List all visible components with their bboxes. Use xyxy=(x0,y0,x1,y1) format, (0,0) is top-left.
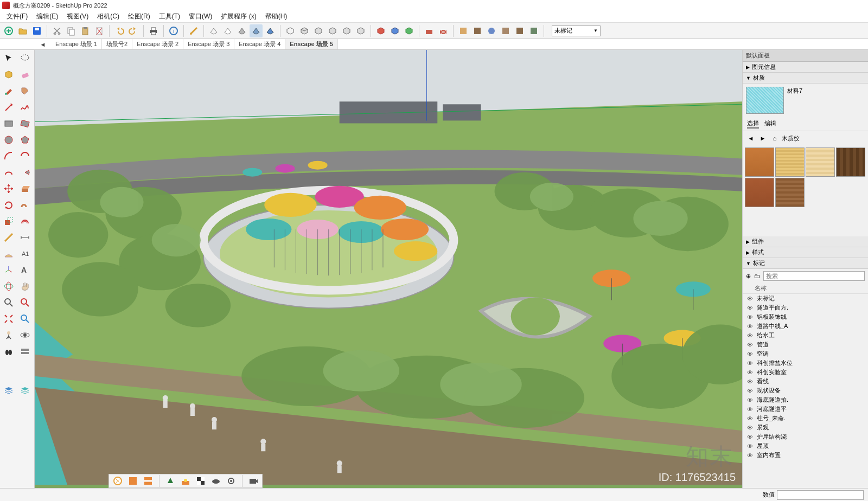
view-back-button[interactable] xyxy=(340,24,353,37)
tags-header[interactable]: ▼标记 xyxy=(743,258,868,269)
rectangle-tool[interactable] xyxy=(1,116,16,131)
ext-5-button[interactable] xyxy=(513,24,526,37)
tag-row[interactable]: 👁屋顶 xyxy=(743,441,868,451)
move-tool[interactable] xyxy=(1,181,16,196)
line-tool[interactable] xyxy=(1,100,16,115)
scene-tab-3[interactable]: Enscape 场景 2 xyxy=(132,39,183,49)
rotate-tool[interactable] xyxy=(1,197,16,213)
visibility-icon[interactable]: 👁 xyxy=(746,388,754,394)
zoom-window-tool[interactable] xyxy=(17,295,33,310)
followme-tool[interactable] xyxy=(17,197,33,213)
tag-row[interactable]: 👁室内布置 xyxy=(743,451,868,460)
component-blue-button[interactable] xyxy=(388,24,401,37)
open-file-button[interactable] xyxy=(16,24,29,37)
view-top-button[interactable] xyxy=(298,24,311,37)
model-info-button[interactable]: i xyxy=(167,24,180,37)
mat-tab-edit[interactable]: 编辑 xyxy=(764,119,776,129)
protractor-tool[interactable] xyxy=(1,246,16,261)
undo-button[interactable] xyxy=(113,24,126,37)
visibility-icon[interactable]: 👁 xyxy=(746,406,754,413)
arc-tool[interactable] xyxy=(1,149,16,164)
new-file-button[interactable] xyxy=(2,24,15,37)
tag-row[interactable]: 👁未标记 xyxy=(743,294,868,303)
menu-draw[interactable]: 绘图(R) xyxy=(124,11,155,22)
ext-4-button[interactable] xyxy=(499,24,512,37)
menu-window[interactable]: 窗口(W) xyxy=(184,11,216,22)
tag-row[interactable]: 👁空调 xyxy=(743,349,868,358)
menu-extensions[interactable]: 扩展程序 (x) xyxy=(216,11,260,22)
mat-category[interactable]: 木质纹 xyxy=(782,134,865,143)
visibility-icon[interactable]: 👁 xyxy=(746,425,754,431)
tag-row[interactable]: 👁看线 xyxy=(743,377,868,386)
previous-view-tool[interactable] xyxy=(17,311,33,326)
paste-button[interactable] xyxy=(79,24,92,37)
tag-row[interactable]: 👁景观 xyxy=(743,423,868,432)
visibility-icon[interactable]: 👁 xyxy=(746,342,754,348)
scale-tool[interactable] xyxy=(1,214,16,229)
material-tile[interactable] xyxy=(775,178,805,207)
lasso-tool[interactable] xyxy=(17,51,33,66)
view-front-button[interactable] xyxy=(312,24,325,37)
view-iso-button[interactable] xyxy=(284,24,297,37)
ext-tree-icon[interactable] xyxy=(164,474,177,487)
tag-folder-icon[interactable]: 🗀 xyxy=(754,273,760,279)
tag-row[interactable]: 👁科创实验室 xyxy=(743,368,868,377)
zoom-extents-tool[interactable] xyxy=(1,311,16,326)
walk-tool[interactable] xyxy=(1,344,16,359)
ext-gear-icon[interactable] xyxy=(225,474,238,487)
tape-measure-button[interactable] xyxy=(187,24,200,37)
material-tile[interactable] xyxy=(836,147,865,177)
mat-back-icon[interactable]: ◄ xyxy=(746,133,756,143)
copy-button[interactable] xyxy=(65,24,78,37)
material-tile[interactable] xyxy=(775,147,805,177)
ext-checker-icon[interactable] xyxy=(194,474,207,487)
text-tool[interactable]: A1 xyxy=(17,246,33,261)
3dtext-tool[interactable]: A xyxy=(17,262,33,278)
mat-home-icon[interactable]: ⌂ xyxy=(770,133,780,143)
view-left-button[interactable] xyxy=(354,24,367,37)
visibility-icon[interactable]: 👁 xyxy=(746,323,754,330)
look-around-tool[interactable] xyxy=(17,327,33,343)
visibility-icon[interactable]: 👁 xyxy=(746,369,754,376)
polygon-tool[interactable] xyxy=(17,132,33,147)
tag-search-input[interactable] xyxy=(763,271,865,281)
section-tool[interactable] xyxy=(17,344,33,359)
offset-tool[interactable] xyxy=(17,214,33,229)
rotated-rect-tool[interactable] xyxy=(17,116,33,131)
visibility-icon[interactable]: 👁 xyxy=(746,360,754,367)
ext-cloud-icon[interactable] xyxy=(209,474,222,487)
scene-tab-2[interactable]: 场景号2 xyxy=(102,39,132,49)
print-button[interactable] xyxy=(147,24,160,37)
material-tile[interactable] xyxy=(806,147,835,177)
circle-tool[interactable] xyxy=(1,132,16,147)
ext-sun-icon[interactable] xyxy=(179,474,192,487)
material-tile[interactable] xyxy=(745,147,774,177)
save-button[interactable] xyxy=(30,24,43,37)
select-tool[interactable] xyxy=(1,51,16,66)
axes-tool[interactable] xyxy=(1,262,16,278)
tag-col-name[interactable]: 名称 xyxy=(743,283,868,294)
menu-edit[interactable]: 编辑(E) xyxy=(32,11,62,22)
tape-tool[interactable] xyxy=(1,230,16,245)
position-camera-tool[interactable] xyxy=(1,327,16,343)
menu-view[interactable]: 视图(V) xyxy=(62,11,93,22)
styles-header[interactable]: ▶样式 xyxy=(743,247,868,258)
pushpull-tool[interactable] xyxy=(17,181,33,196)
visibility-icon[interactable]: 👁 xyxy=(746,332,754,339)
visibility-icon[interactable]: 👁 xyxy=(746,434,754,440)
tag-row[interactable]: 👁海底隧道拍. xyxy=(743,395,868,404)
style-shaded-textures-button[interactable] xyxy=(250,24,263,37)
tag-row[interactable]: 👁科创排盐水位 xyxy=(743,358,868,368)
layers-teal-tool[interactable] xyxy=(17,383,33,398)
tag-add-icon[interactable]: ⊕ xyxy=(746,273,751,280)
ext-6-button[interactable] xyxy=(527,24,540,37)
visibility-icon[interactable]: 👁 xyxy=(746,443,754,449)
ext-stripes-icon[interactable] xyxy=(142,474,155,487)
visibility-icon[interactable]: 👁 xyxy=(746,452,754,459)
visibility-icon[interactable]: 👁 xyxy=(746,305,754,311)
enscape-icon[interactable] xyxy=(111,474,124,487)
menu-tools[interactable]: 工具(T) xyxy=(155,11,184,22)
pan-tool[interactable] xyxy=(17,279,33,294)
component-red-button[interactable] xyxy=(374,24,387,37)
scene-tab-5[interactable]: Enscape 场景 4 xyxy=(234,39,285,49)
